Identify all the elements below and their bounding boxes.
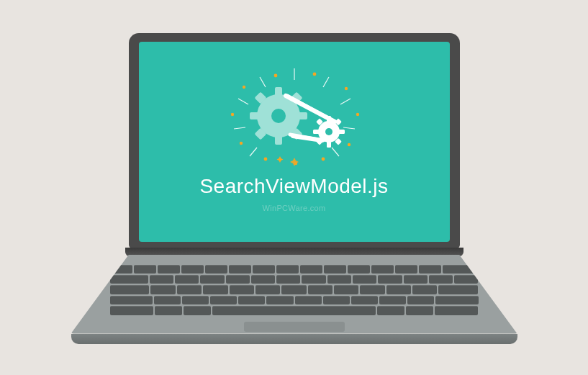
keyboard-icon <box>107 262 481 318</box>
svg-point-16 <box>347 143 350 145</box>
svg-line-6 <box>343 127 355 129</box>
svg-line-3 <box>238 99 248 104</box>
svg-line-8 <box>332 148 339 156</box>
svg-point-9 <box>273 73 277 77</box>
svg-rect-33 <box>313 130 320 134</box>
gears-graphic <box>208 64 381 172</box>
laptop-screen-bezel: SearchViewModel.js WinPCWare.com <box>129 33 460 249</box>
svg-rect-22 <box>275 135 282 145</box>
svg-point-13 <box>230 112 233 115</box>
svg-rect-34 <box>338 130 345 134</box>
svg-point-39 <box>325 128 333 135</box>
svg-line-5 <box>234 127 245 129</box>
filename-label: SearchViewModel.js <box>199 175 388 198</box>
svg-rect-21 <box>275 87 282 97</box>
svg-line-7 <box>250 148 257 156</box>
svg-point-19 <box>321 157 325 161</box>
svg-point-17 <box>263 157 267 161</box>
watermark-text: WinPCWare.com <box>263 204 326 212</box>
svg-line-4 <box>340 99 350 104</box>
laptop-illustration: SearchViewModel.js WinPCWare.com <box>71 33 517 350</box>
svg-rect-23 <box>250 112 260 119</box>
svg-rect-32 <box>327 141 331 148</box>
laptop-deck <box>71 255 517 334</box>
laptop-screen: SearchViewModel.js WinPCWare.com <box>139 42 450 242</box>
svg-point-15 <box>239 141 242 144</box>
laptop-front-edge <box>71 334 517 344</box>
svg-point-14 <box>356 112 358 115</box>
gears-icon <box>208 64 381 172</box>
trackpad-icon <box>244 322 345 332</box>
svg-line-1 <box>260 77 266 87</box>
svg-point-10 <box>312 72 316 76</box>
svg-point-12 <box>344 86 347 89</box>
svg-point-11 <box>242 85 245 88</box>
svg-line-2 <box>323 77 329 87</box>
